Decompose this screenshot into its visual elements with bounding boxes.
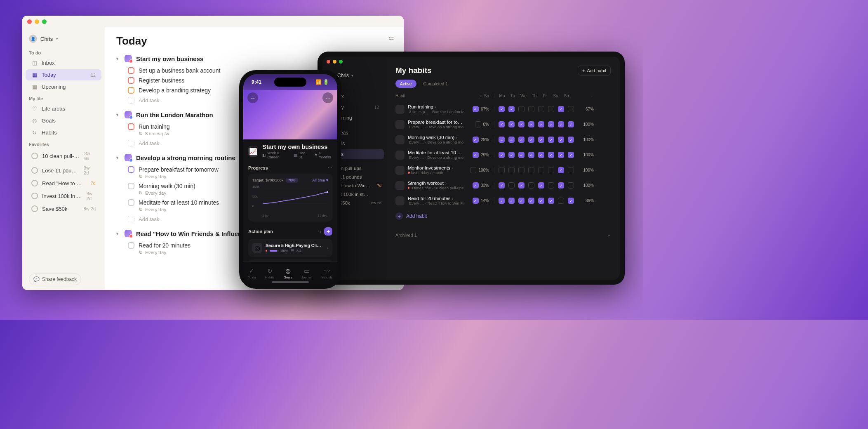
habit-day-checkbox[interactable]: [518, 167, 525, 173]
habit-day-checkbox[interactable]: [528, 167, 534, 173]
add-habit-button[interactable]: +Add habit: [578, 66, 611, 75]
sidebar-item-upcoming[interactable]: ▦Upcoming: [26, 81, 101, 92]
tab-completed[interactable]: Completed 1: [419, 80, 453, 88]
range-selector[interactable]: All time ▾: [312, 178, 328, 182]
sidebar-item-inbox[interactable]: ◫Inbox: [26, 57, 101, 68]
habit-row[interactable]: Run training3 times p… · Run the London …: [395, 101, 611, 117]
task-checkbox[interactable]: [128, 123, 134, 130]
habit-day-checkbox[interactable]: [568, 182, 574, 189]
habit-day-checkbox[interactable]: [518, 152, 525, 158]
habit-summary-checkbox[interactable]: [475, 121, 481, 127]
task-checkbox[interactable]: [128, 67, 134, 74]
sidebar-item-goals[interactable]: ◎Goals: [26, 115, 101, 126]
habit-day-checkbox[interactable]: [508, 182, 515, 189]
chevron-right-icon[interactable]: ›: [590, 94, 594, 98]
habit-day-checkbox[interactable]: [538, 137, 544, 143]
habit-day-checkbox[interactable]: [528, 198, 534, 204]
task-checkbox[interactable]: [128, 183, 134, 189]
habit-day-checkbox[interactable]: [518, 106, 525, 112]
habit-day-checkbox[interactable]: [518, 137, 525, 143]
tab-to-do[interactable]: ✓To do: [248, 267, 256, 279]
habit-day-checkbox[interactable]: [558, 137, 564, 143]
favorite-item[interactable]: Save $50k8w 2d: [26, 203, 101, 214]
minimize-icon[interactable]: [333, 60, 336, 64]
close-icon[interactable]: [327, 60, 330, 64]
sidebar-item-habits[interactable]: ↻Habits: [26, 127, 101, 138]
habit-day-checkbox[interactable]: [548, 167, 554, 173]
habit-day-checkbox[interactable]: [528, 152, 534, 158]
habit-summary-checkbox[interactable]: [473, 106, 479, 112]
habit-day-checkbox[interactable]: [508, 106, 515, 112]
minimize-icon[interactable]: [35, 19, 39, 24]
favorite-item[interactable]: Read "How to Win Frien…7d: [26, 178, 101, 189]
favorite-item[interactable]: Invest 100k in stock …8w 2d: [26, 189, 101, 203]
habit-day-checkbox[interactable]: [499, 182, 505, 189]
task-checkbox[interactable]: [128, 199, 134, 206]
add-action-button[interactable]: +: [324, 227, 332, 236]
habit-day-checkbox[interactable]: [558, 182, 564, 189]
user-menu[interactable]: 👤 Chris ▾: [22, 32, 105, 47]
settings-icon[interactable]: [388, 35, 395, 42]
habit-row[interactable]: Prepare breakfast for tomo…Every … · Dev…: [395, 117, 611, 132]
back-button[interactable]: ←: [247, 92, 258, 103]
share-feedback-button[interactable]: 💬Share feedback: [29, 273, 81, 285]
sidebar-item-today[interactable]: ▦Today12: [26, 69, 101, 80]
habit-day-checkbox[interactable]: [518, 121, 525, 127]
habit-day-checkbox[interactable]: [548, 121, 554, 127]
habit-day-checkbox[interactable]: [528, 182, 534, 189]
habit-day-checkbox[interactable]: [538, 198, 544, 204]
habit-day-checkbox[interactable]: [499, 137, 505, 143]
habit-day-checkbox[interactable]: [528, 137, 534, 143]
habit-day-checkbox[interactable]: [568, 198, 574, 204]
tab-active[interactable]: Active: [395, 80, 416, 88]
habit-day-checkbox[interactable]: [508, 198, 515, 204]
add-habit-row[interactable]: +Add habit: [395, 208, 611, 224]
favorite-item[interactable]: 10 clean pull-ups3w 6d: [26, 149, 101, 163]
tab-goals[interactable]: ◎Goals: [284, 267, 292, 279]
habit-day-checkbox[interactable]: [508, 137, 515, 143]
habit-day-checkbox[interactable]: [548, 152, 554, 158]
habit-day-checkbox[interactable]: [508, 152, 515, 158]
habit-day-checkbox[interactable]: [528, 106, 534, 112]
habit-row[interactable]: Strength workout3 times p/w · 10 clean p…: [395, 178, 611, 193]
habit-day-checkbox[interactable]: [568, 106, 574, 112]
tab-insights[interactable]: 〰Insights: [321, 268, 333, 279]
habit-day-checkbox[interactable]: [499, 106, 505, 112]
habit-day-checkbox[interactable]: [558, 167, 564, 173]
habit-day-checkbox[interactable]: [558, 152, 564, 158]
habit-day-checkbox[interactable]: [558, 198, 564, 204]
habit-day-checkbox[interactable]: [499, 121, 505, 127]
favorite-item[interactable]: Lose 11 pounds3w 2d: [26, 163, 101, 177]
habit-day-checkbox[interactable]: [518, 182, 525, 189]
habit-day-checkbox[interactable]: [548, 198, 554, 204]
maximize-icon[interactable]: [339, 60, 343, 64]
habit-row[interactable]: Monitor investmentslast Friday / month10…: [395, 163, 611, 178]
habit-day-checkbox[interactable]: [538, 106, 544, 112]
habit-summary-checkbox[interactable]: [470, 167, 476, 173]
tab-journal[interactable]: ▭Journal: [301, 267, 312, 279]
archived-section[interactable]: Archived 1⌄: [395, 229, 611, 241]
task-checkbox[interactable]: [128, 87, 134, 94]
habit-summary-checkbox[interactable]: [473, 152, 479, 158]
habit-day-checkbox[interactable]: [518, 198, 525, 204]
maximize-icon[interactable]: [42, 19, 47, 24]
habit-day-checkbox[interactable]: [508, 121, 515, 127]
habit-summary-checkbox[interactable]: [473, 198, 479, 204]
habit-day-checkbox[interactable]: [558, 106, 564, 112]
habit-day-checkbox[interactable]: [548, 106, 554, 112]
habit-summary-checkbox[interactable]: [473, 182, 479, 189]
habit-day-checkbox[interactable]: [568, 137, 574, 143]
more-button[interactable]: ⋯: [322, 92, 333, 103]
habit-day-checkbox[interactable]: [538, 152, 544, 158]
habit-day-checkbox[interactable]: [499, 198, 505, 204]
habit-day-checkbox[interactable]: [538, 121, 544, 127]
habit-day-checkbox[interactable]: [528, 121, 534, 127]
habit-day-checkbox[interactable]: [568, 121, 574, 127]
more-icon[interactable]: ⋯: [328, 165, 332, 170]
habit-day-checkbox[interactable]: [558, 121, 564, 127]
habit-day-checkbox[interactable]: [508, 167, 515, 173]
habit-day-checkbox[interactable]: [499, 167, 505, 173]
habit-day-checkbox[interactable]: [568, 167, 574, 173]
habit-day-checkbox[interactable]: [568, 152, 574, 158]
habit-day-checkbox[interactable]: [538, 167, 544, 173]
